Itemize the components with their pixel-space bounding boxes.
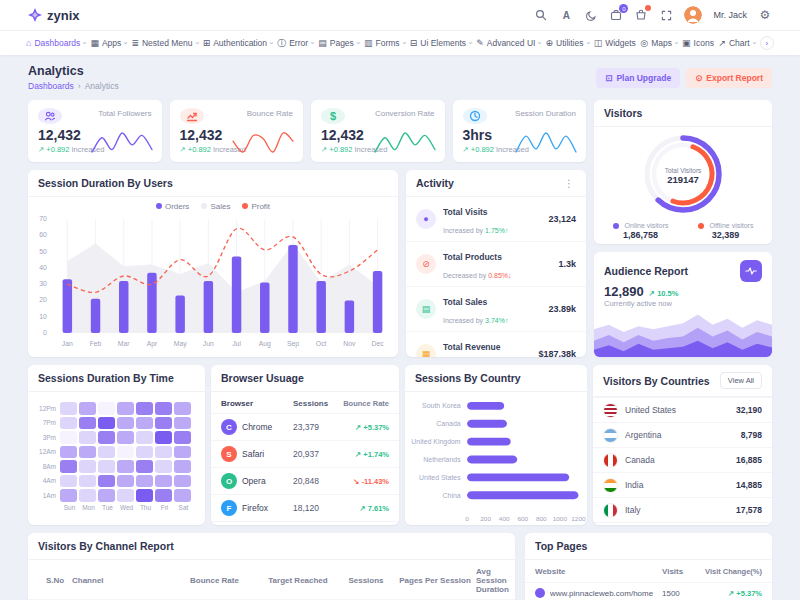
cart-icon[interactable] bbox=[634, 8, 648, 22]
nav-item-nested-menu[interactable]: ≣Nested Menu› bbox=[131, 38, 198, 48]
stat-card-total-followers: Total Followers 12,432 ↗+0.892Increased bbox=[28, 100, 162, 162]
pages-icon: ▤ bbox=[318, 39, 327, 48]
svg-text:Nov: Nov bbox=[343, 340, 356, 347]
site-link[interactable]: www.pinnacleweb.com/home bbox=[550, 589, 653, 598]
activity-row: ▤ Total SalesIncreased by 3.74%↑ 23.89k bbox=[406, 287, 586, 332]
view-all-button[interactable]: View All bbox=[720, 372, 762, 389]
stat-label: Bounce Rate bbox=[247, 109, 293, 118]
briefcase-icon[interactable]: 0 bbox=[609, 8, 623, 22]
export-report-button[interactable]: ⊙Export Report bbox=[686, 68, 772, 88]
heatmap-cell bbox=[136, 402, 153, 415]
lock-icon: ⊞ bbox=[203, 39, 211, 48]
card-title: Visitors By Channel Report bbox=[38, 540, 174, 552]
heatmap-cell bbox=[136, 489, 153, 502]
activity-card: Activity ⋮ ● Total VisitsIncreased by 1.… bbox=[406, 170, 586, 357]
nav-item-apps[interactable]: ▦Apps› bbox=[90, 38, 127, 48]
sales-icon: ▤ bbox=[416, 299, 436, 319]
user-avatar[interactable] bbox=[684, 6, 702, 24]
svg-text:South Korea: South Korea bbox=[422, 403, 461, 410]
nav-item-advanced-ui[interactable]: ✎Advanced UI› bbox=[476, 38, 541, 48]
nav-item-error[interactable]: ⓘError› bbox=[277, 38, 314, 48]
browser-usage-card: Browser Usuage Browser Sessions Bounce R… bbox=[211, 365, 399, 525]
audience-report-card: Audience Report 12,890 ↗ 10.5% Currently… bbox=[594, 252, 772, 357]
nav-item-authentication[interactable]: ⊞Authentication› bbox=[203, 38, 273, 48]
browser-row-opera: OOpera 20,848 ↘-11.43% bbox=[211, 467, 399, 494]
svg-text:Jun: Jun bbox=[203, 340, 214, 347]
heatmap-cell bbox=[117, 417, 134, 430]
heatmap-cell bbox=[136, 446, 153, 459]
chevron-down-icon: › bbox=[81, 42, 89, 45]
svg-text:200: 200 bbox=[480, 515, 491, 522]
left-column: Total Followers 12,432 ↗+0.892Increased … bbox=[28, 100, 586, 357]
svg-text:China: China bbox=[443, 492, 461, 499]
user-name[interactable]: Mr. Jack bbox=[713, 10, 747, 20]
nav-item-forms[interactable]: ▥Forms› bbox=[364, 38, 405, 48]
dark-mode-moon-icon[interactable] bbox=[584, 8, 598, 22]
country-row-united-states: United States32,190 bbox=[593, 397, 772, 422]
svg-text:Netherlands: Netherlands bbox=[423, 456, 461, 463]
svg-text:Canada: Canada bbox=[436, 420, 461, 427]
nav-item-widgets[interactable]: ◫Widgets bbox=[594, 38, 636, 48]
heatmap-cell bbox=[79, 489, 96, 502]
heatmap-cell bbox=[79, 417, 96, 430]
fullscreen-icon[interactable] bbox=[659, 8, 673, 22]
main-content: Analytics Dashboards › Analytics ⊡Plan U… bbox=[0, 55, 800, 600]
svg-text:400: 400 bbox=[499, 515, 510, 522]
heatmap-cell bbox=[60, 489, 77, 502]
heatmap-cell bbox=[79, 446, 96, 459]
chevron-down-icon: › bbox=[400, 42, 408, 45]
heatmap-cell bbox=[79, 460, 96, 473]
svg-text:United States: United States bbox=[419, 474, 461, 481]
nav-item-maps[interactable]: ◎Maps› bbox=[640, 38, 677, 48]
activity-pulse-button[interactable] bbox=[740, 260, 762, 282]
online-visitors: Online visitors 1,86,758 bbox=[613, 222, 669, 240]
language-icon[interactable]: A bbox=[559, 8, 573, 22]
nav-item-icons[interactable]: ▣Icons bbox=[682, 38, 714, 48]
heatmap-cell bbox=[155, 446, 172, 459]
heatmap-cell bbox=[98, 460, 115, 473]
trend-arrow-icon: ↓ bbox=[508, 272, 512, 279]
nav-item-pages[interactable]: ▤Pages› bbox=[318, 38, 359, 48]
trend-arrow-icon: ↘ bbox=[353, 477, 359, 486]
brand[interactable]: zynix bbox=[28, 8, 80, 23]
audience-area-chart bbox=[594, 313, 772, 357]
site-dot-icon bbox=[535, 588, 545, 598]
svg-text:10: 10 bbox=[39, 313, 47, 320]
nav-item-utilities[interactable]: ⊕Utilities› bbox=[546, 38, 590, 48]
nav-item-dashboards[interactable]: ⌂Dashboards› bbox=[26, 38, 86, 48]
audience-subtitle: Currently active now bbox=[594, 299, 772, 308]
grid-icon: ▦ bbox=[90, 39, 99, 48]
heatmap-cell bbox=[60, 475, 77, 488]
chevron-down-icon: › bbox=[308, 42, 316, 45]
right-column: Visitors Total Visitors 219147 Online vi… bbox=[594, 100, 772, 357]
chevron-down-icon: › bbox=[122, 42, 130, 45]
nav-item-ui-elements[interactable]: ⊟Ui Elements› bbox=[410, 38, 472, 48]
breadcrumb: Dashboards › Analytics bbox=[28, 81, 119, 91]
kebab-menu-icon[interactable]: ⋮ bbox=[562, 178, 576, 189]
nav-item-chart[interactable]: ↗Chart› bbox=[718, 38, 755, 48]
settings-gear-icon[interactable]: ⚙ bbox=[758, 8, 772, 22]
trend-up-icon: ↗ bbox=[38, 145, 44, 154]
heatmap-cell bbox=[98, 417, 115, 430]
card-title: Visitors By Countries bbox=[603, 375, 710, 387]
visitors-legend: Online visitors 1,86,758 Offline visitor… bbox=[594, 220, 772, 244]
heatmap-cell bbox=[174, 431, 191, 444]
svg-text:60: 60 bbox=[39, 231, 47, 238]
chart-icon: ↗ bbox=[718, 39, 726, 48]
session-duration-by-users-card: Session Duration By Users Orders Sales P… bbox=[28, 170, 398, 357]
breadcrumb-dashboards[interactable]: Dashboards bbox=[28, 81, 74, 91]
nav-scroll-right-icon[interactable]: › bbox=[760, 36, 774, 50]
sessions-by-time-card: Sessions Duration By Time 12Pm7Pm3Pm12Am… bbox=[28, 365, 205, 525]
stat-card-session-duration: Session Duration 3hrs ↗+0.892Increased bbox=[453, 100, 587, 162]
country-row-italy: Italy17,578 bbox=[593, 497, 772, 522]
plan-upgrade-button[interactable]: ⊡Plan Upgrade bbox=[596, 68, 680, 88]
search-icon[interactable] bbox=[534, 8, 548, 22]
main-nav: ⌂Dashboards› ▦Apps› ≣Nested Menu› ⊞Authe… bbox=[0, 30, 800, 55]
heatmap-cell bbox=[136, 431, 153, 444]
chevron-down-icon: › bbox=[267, 42, 275, 45]
firefox-icon: F bbox=[221, 500, 237, 516]
chevron-down-icon: › bbox=[354, 42, 362, 45]
donut-center-value: 219147 bbox=[667, 174, 699, 185]
card-title: Visitors bbox=[604, 107, 642, 119]
card-title: Sessions Duration By Time bbox=[38, 372, 174, 384]
